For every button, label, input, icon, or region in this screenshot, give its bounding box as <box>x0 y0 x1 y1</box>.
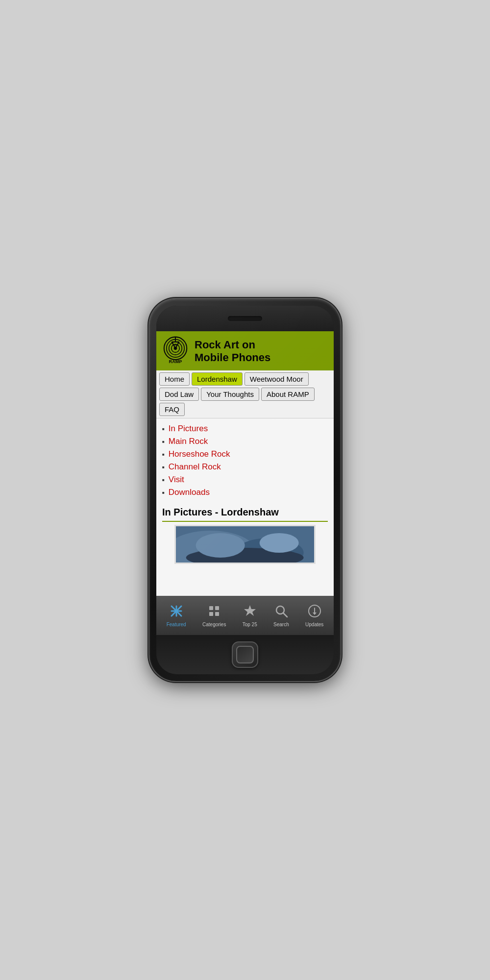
speaker-grille <box>228 316 262 321</box>
svg-point-15 <box>196 533 245 558</box>
nav-lordenshaw[interactable]: Lordenshaw <box>192 372 243 386</box>
nav-your-thoughts[interactable]: Your Thoughts <box>201 388 259 401</box>
phone-inner: RAMP Rock Art on Mobile Phones Home Lord… <box>156 306 334 674</box>
screen: RAMP Rock Art on Mobile Phones Home Lord… <box>156 331 334 635</box>
toolbar-categories[interactable]: Categories <box>199 602 229 629</box>
svg-rect-21 <box>209 606 213 610</box>
site-header: RAMP Rock Art on Mobile Phones <box>156 331 334 370</box>
toolbar-updates[interactable]: Updates <box>302 602 326 629</box>
logo-container: RAMP <box>161 336 190 367</box>
phone-bottom <box>156 635 334 674</box>
nav-home[interactable]: Home <box>159 372 190 386</box>
nav-dod-law[interactable]: Dod Law <box>159 388 199 401</box>
svg-rect-23 <box>209 612 213 616</box>
list-item: In Pictures <box>162 422 328 435</box>
toolbar-featured[interactable]: Featured <box>164 602 189 629</box>
svg-rect-22 <box>215 606 219 610</box>
search-icon <box>274 604 288 621</box>
svg-line-27 <box>283 613 287 617</box>
link-main-rock[interactable]: Main Rock <box>169 437 208 446</box>
nav-row-2: Dod Law Your Thoughts About RAMP <box>159 388 331 401</box>
top25-icon <box>243 604 257 621</box>
ramp-logo: RAMP <box>161 336 190 365</box>
list-item: Visit <box>162 473 328 486</box>
svg-marker-25 <box>244 605 256 616</box>
categories-label: Categories <box>202 622 226 627</box>
list-item: Main Rock <box>162 435 328 448</box>
link-visit[interactable]: Visit <box>169 475 184 485</box>
categories-icon <box>207 604 221 621</box>
featured-label: Featured <box>167 622 186 627</box>
main-content: In Pictures Main Rock Horseshoe Rock Cha… <box>156 418 334 596</box>
top25-label: Top 25 <box>243 622 257 627</box>
browser-content: RAMP Rock Art on Mobile Phones Home Lord… <box>156 331 334 635</box>
toolbar-search[interactable]: Search <box>270 602 292 629</box>
home-button-inner <box>236 646 254 663</box>
svg-text:RAMP: RAMP <box>169 359 182 364</box>
list-item: Horseshoe Rock <box>162 448 328 461</box>
featured-icon <box>170 604 183 621</box>
link-downloads[interactable]: Downloads <box>169 488 210 497</box>
section-title: In Pictures - Lordenshaw <box>162 507 328 522</box>
phone-top <box>156 306 334 331</box>
phone-device: RAMP Rock Art on Mobile Phones Home Lord… <box>149 299 341 681</box>
site-title: Rock Art on Mobile Phones <box>195 339 270 365</box>
svg-rect-24 <box>215 612 219 616</box>
updates-label: Updates <box>305 622 323 627</box>
navigation-bar: Home Lordenshaw Weetwood Moor Dod Law Yo… <box>156 370 334 418</box>
nav-weetwood-moor[interactable]: Weetwood Moor <box>245 372 309 386</box>
bottom-toolbar: Featured Categories <box>156 596 334 635</box>
link-horseshoe-rock[interactable]: Horseshoe Rock <box>169 449 230 459</box>
svg-marker-30 <box>313 612 317 615</box>
svg-point-16 <box>260 533 299 553</box>
nav-faq[interactable]: FAQ <box>159 403 185 416</box>
image-preview <box>174 525 315 564</box>
toolbar-top25[interactable]: Top 25 <box>240 602 260 629</box>
link-channel-rock[interactable]: Channel Rock <box>169 462 221 472</box>
nav-row-1: Home Lordenshaw Weetwood Moor <box>159 372 331 386</box>
link-in-pictures[interactable]: In Pictures <box>169 424 208 434</box>
content-list: In Pictures Main Rock Horseshoe Rock Cha… <box>162 422 328 499</box>
updates-icon <box>308 604 321 621</box>
nav-row-3: FAQ <box>159 403 331 416</box>
nav-about-ramp[interactable]: About RAMP <box>261 388 315 401</box>
list-item: Channel Rock <box>162 461 328 473</box>
list-item: Downloads <box>162 486 328 499</box>
home-button[interactable] <box>232 641 258 668</box>
search-label: Search <box>273 622 289 627</box>
